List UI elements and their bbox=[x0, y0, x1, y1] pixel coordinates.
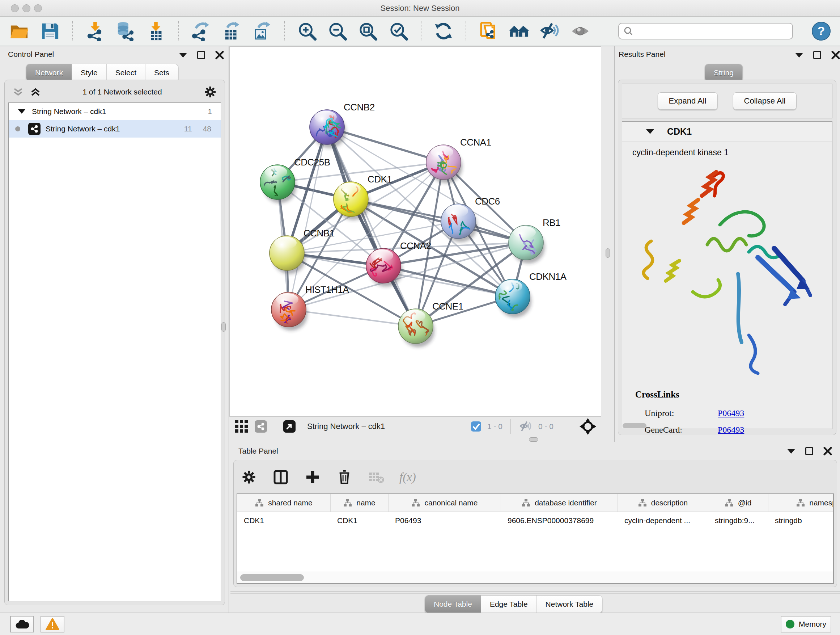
network-collection-row[interactable]: String Network – cdk1 1 bbox=[9, 103, 221, 120]
close-panel-icon[interactable] bbox=[823, 447, 832, 455]
float-panel-icon[interactable] bbox=[813, 51, 821, 59]
splitter-handle[interactable] bbox=[606, 249, 610, 258]
panel-menu-icon[interactable] bbox=[787, 449, 795, 454]
panel-menu-icon[interactable] bbox=[795, 53, 803, 57]
toolbar-separator bbox=[466, 21, 466, 41]
selected-checkbox-icon[interactable] bbox=[471, 421, 482, 432]
float-panel-icon[interactable] bbox=[805, 447, 813, 455]
memory-button[interactable]: Memory bbox=[781, 616, 831, 632]
zoom-selected-icon[interactable] bbox=[389, 21, 409, 41]
warning-button[interactable] bbox=[41, 616, 65, 632]
table-row[interactable]: CDK1CDK1P064939606.ENSP00000378699cyclin… bbox=[237, 512, 833, 529]
import-database-icon[interactable] bbox=[115, 21, 135, 41]
zoom-in-icon[interactable] bbox=[297, 21, 317, 41]
open-session-icon[interactable] bbox=[9, 21, 29, 41]
table-settings-gear-icon[interactable] bbox=[240, 469, 257, 486]
network-edge[interactable] bbox=[289, 127, 327, 310]
table-cell[interactable]: stringdb bbox=[768, 516, 834, 525]
tab-network-table[interactable]: Network Table bbox=[537, 595, 602, 613]
results-splitter[interactable] bbox=[601, 46, 615, 442]
table-cell[interactable]: stringdb:9... bbox=[708, 516, 768, 525]
search-input[interactable] bbox=[633, 24, 788, 38]
column-header[interactable]: @id bbox=[708, 494, 768, 511]
crosshair-icon[interactable] bbox=[579, 418, 596, 435]
column-header[interactable]: database identifier bbox=[501, 494, 618, 511]
expand-all-icon[interactable] bbox=[30, 87, 41, 97]
refresh-icon[interactable] bbox=[434, 21, 453, 41]
network-node-CCNA1[interactable]: CCNA1 bbox=[426, 137, 491, 183]
network-row[interactable]: String Network – cdk1 11 48 bbox=[9, 120, 221, 138]
network-canvas[interactable]: CCNB2CCNA1CDC25BCDK1CDC6RB1CCNB1CCNA2CDK… bbox=[229, 46, 601, 416]
network-edge[interactable] bbox=[327, 127, 416, 326]
control-splitter-handle[interactable] bbox=[221, 322, 226, 332]
network-edge[interactable] bbox=[289, 310, 416, 326]
crosslink-link[interactable]: P06493 bbox=[718, 425, 744, 435]
zoom-out-icon[interactable] bbox=[328, 21, 347, 41]
collapse-all-button[interactable]: Collapse All bbox=[733, 92, 797, 110]
gene-expander-icon[interactable] bbox=[646, 129, 654, 134]
tab-style[interactable]: Style bbox=[72, 64, 106, 81]
column-header[interactable]: namespace bbox=[768, 494, 834, 511]
string-results-body: Expand All Collapse All CDK1 cyclin-depe… bbox=[618, 80, 836, 435]
tab-select[interactable]: Select bbox=[106, 64, 145, 81]
collection-expander-icon[interactable] bbox=[18, 109, 25, 114]
network-view-share-icon[interactable] bbox=[255, 420, 267, 432]
delete-column-icon[interactable] bbox=[336, 469, 353, 486]
network-node-HIST1H1A[interactable]: HIST1H1A bbox=[271, 284, 349, 331]
home-icon[interactable] bbox=[509, 21, 529, 41]
table-cell[interactable]: CDK1 bbox=[331, 516, 388, 525]
show-columns-icon[interactable] bbox=[272, 469, 289, 486]
close-panel-icon[interactable] bbox=[215, 51, 224, 59]
network-node-CDC6[interactable]: CDC6 bbox=[441, 196, 500, 242]
import-table-icon[interactable] bbox=[146, 21, 166, 41]
gene-section-header[interactable]: CDK1 bbox=[622, 122, 832, 142]
cloud-button[interactable] bbox=[10, 616, 34, 632]
column-header[interactable]: name bbox=[331, 494, 388, 511]
tab-sets[interactable]: Sets bbox=[145, 64, 178, 81]
tab-edge-table[interactable]: Edge Table bbox=[481, 595, 537, 613]
panel-menu-icon[interactable] bbox=[179, 53, 187, 57]
network-node-RB1[interactable]: RB1 bbox=[508, 217, 561, 264]
first-neighbors-icon[interactable] bbox=[478, 21, 498, 41]
tab-node-table[interactable]: Node Table bbox=[425, 595, 481, 613]
save-session-icon[interactable] bbox=[40, 21, 59, 41]
network-list-toolbar: 1 of 1 Network selected bbox=[8, 83, 221, 101]
crosslink-link[interactable]: P06493 bbox=[718, 409, 744, 418]
grid-view-icon[interactable] bbox=[234, 419, 249, 434]
tab-network[interactable]: Network bbox=[27, 64, 72, 81]
zoom-fit-icon[interactable] bbox=[358, 21, 378, 41]
collapse-all-icon[interactable] bbox=[13, 87, 24, 97]
expand-all-button[interactable]: Expand All bbox=[658, 92, 718, 110]
table-cell[interactable]: 9606.ENSP00000378699 bbox=[501, 516, 618, 525]
search-field[interactable] bbox=[618, 23, 793, 40]
table-cell[interactable]: cyclin-dependent ... bbox=[618, 516, 708, 525]
tab-string[interactable]: String bbox=[705, 64, 742, 81]
table-cell[interactable]: P06493 bbox=[388, 516, 501, 525]
import-network-icon[interactable] bbox=[85, 21, 104, 41]
results-scrollbar-thumb[interactable] bbox=[622, 423, 646, 428]
show-all-icon[interactable] bbox=[570, 21, 590, 41]
column-header[interactable]: canonical name bbox=[388, 494, 501, 511]
export-table-icon[interactable] bbox=[222, 21, 241, 41]
table-splitter-handle[interactable] bbox=[529, 437, 538, 442]
help-icon[interactable]: ? bbox=[812, 22, 831, 41]
hide-selected-icon[interactable] bbox=[540, 21, 559, 41]
column-header[interactable]: shared name bbox=[237, 494, 331, 511]
crosslinks-title: CrossLinks bbox=[635, 390, 831, 400]
add-column-icon[interactable] bbox=[304, 469, 321, 486]
export-network-icon[interactable] bbox=[191, 21, 210, 41]
column-header[interactable]: description bbox=[618, 494, 708, 511]
float-panel-icon[interactable] bbox=[197, 51, 205, 59]
main-toolbar: ? bbox=[0, 17, 840, 46]
network-node-CCNB2[interactable]: CCNB2 bbox=[309, 102, 375, 148]
hidden-eye-icon[interactable] bbox=[519, 420, 532, 432]
gear-icon[interactable] bbox=[204, 86, 217, 98]
network-selection-status: 1 of 1 Network selected bbox=[47, 88, 197, 96]
export-image-icon[interactable] bbox=[252, 21, 272, 41]
table-cell[interactable]: CDK1 bbox=[237, 516, 331, 525]
node-table[interactable]: shared namenamecanonical namedatabase id… bbox=[237, 494, 834, 584]
table-hscrollbar[interactable] bbox=[237, 572, 833, 583]
close-panel-icon[interactable] bbox=[831, 51, 840, 59]
table-hscrollbar-thumb[interactable] bbox=[240, 574, 304, 581]
birdseye-view-icon[interactable] bbox=[283, 420, 295, 432]
